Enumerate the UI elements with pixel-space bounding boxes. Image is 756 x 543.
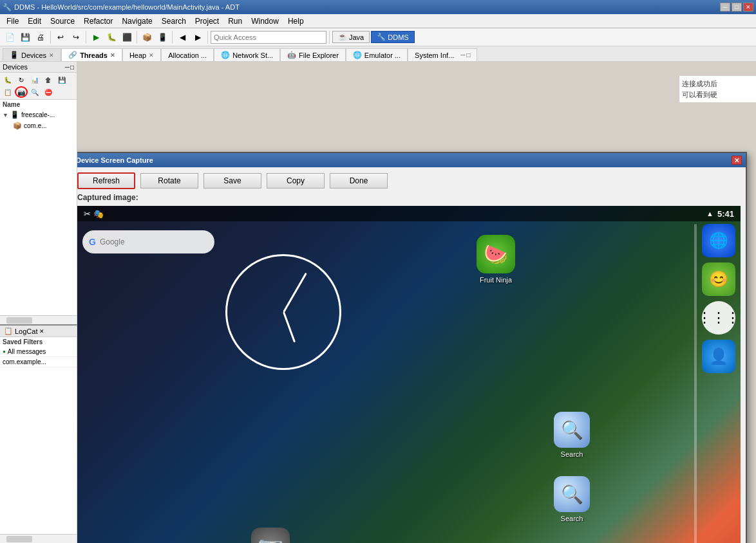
debug-process-btn[interactable]: 🐛: [1, 74, 14, 86]
toolbar-sep-4: [172, 31, 173, 44]
device-icon: 📱: [10, 111, 19, 119]
menu-window[interactable]: Window: [247, 15, 283, 27]
logcat-filter-example[interactable]: com.example...: [0, 357, 77, 367]
toolbar-undo[interactable]: ↩: [53, 30, 68, 44]
tab-devices[interactable]: 📱 Devices ✕: [3, 48, 61, 61]
search-label-2: Search: [561, 515, 583, 522]
minimize-button[interactable]: ─: [720, 3, 730, 12]
devices-min-btn[interactable]: ─: [65, 64, 70, 71]
main-tab-area: 📱 Devices ✕ 🔗 Threads ✕ Heap ✕ Allocatio…: [0, 46, 756, 62]
copy-button[interactable]: Copy: [267, 173, 325, 189]
device-name: freescale-...: [21, 111, 55, 118]
toolbar-sep-5: [207, 31, 208, 44]
toolbar-avd[interactable]: 📱: [155, 30, 169, 44]
dock-contact-icon[interactable]: 👤: [702, 340, 735, 373]
toolbar-print[interactable]: 🖨: [33, 30, 48, 44]
search-icon-2[interactable]: 🔍 Search: [554, 476, 590, 522]
logcat-h-scrollbar[interactable]: [0, 534, 77, 543]
tab-network[interactable]: 🌐 Network St...: [214, 48, 280, 61]
logcat-panel: 📋 LogCat ✕ Saved Filters ● All messages …: [0, 324, 77, 543]
rotate-button[interactable]: Rotate: [140, 173, 198, 189]
camera-icon[interactable]: 📷 Camera: [251, 528, 290, 543]
devices-header-controls[interactable]: ─ □: [65, 64, 74, 71]
toolbar-debug[interactable]: 🐛: [104, 30, 118, 44]
toolbar-sep-1: [50, 31, 51, 44]
dialog-overlay: Device Screen Capture ✕ Refresh Rotate S…: [0, 62, 756, 543]
tab-system-info[interactable]: System Inf... ─ □: [408, 48, 477, 61]
hprof-btn[interactable]: 💾: [55, 74, 68, 86]
devices-tab-close[interactable]: ✕: [49, 52, 54, 59]
devices-h-scrollbar[interactable]: [0, 315, 77, 324]
logcat-filter-all[interactable]: ● All messages: [0, 347, 77, 357]
menu-run[interactable]: Run: [224, 15, 246, 27]
toolbar-sdk[interactable]: 📦: [140, 30, 154, 44]
toolbar-back[interactable]: ◀: [175, 30, 189, 44]
logcat-tab-close[interactable]: ✕: [39, 328, 44, 335]
menu-file[interactable]: File: [3, 15, 23, 27]
menu-project[interactable]: Project: [191, 15, 223, 27]
tab-heap[interactable]: Heap ✕: [122, 48, 161, 61]
dock-apps-icon[interactable]: ⋮⋮⋮: [702, 301, 735, 335]
menu-help[interactable]: Help: [284, 15, 308, 27]
expand-arrow: ▼: [3, 112, 8, 118]
refresh-button[interactable]: Refresh: [77, 172, 135, 189]
tab-allocation[interactable]: Allocation ...: [161, 48, 214, 61]
system-max-btn[interactable]: □: [466, 51, 470, 59]
java-perspective-btn[interactable]: ☕ Java: [332, 31, 370, 43]
update-heap-btn[interactable]: 📊: [28, 74, 41, 86]
device-sub-item[interactable]: 📦 com.e...: [0, 120, 77, 131]
logcat-green-dot: ●: [3, 349, 6, 354]
menu-refactor[interactable]: Refactor: [80, 15, 117, 27]
camera-icon-img: 📷: [251, 528, 290, 543]
devices-toolbar: 🐛 ↻ 📊 🗑 💾 📋 📷 🔍 ⛔: [0, 73, 77, 100]
toolbar-run[interactable]: ▶: [89, 30, 103, 44]
maximize-button[interactable]: □: [732, 3, 742, 12]
google-search-bar[interactable]: G Google: [82, 230, 214, 253]
quick-access-input[interactable]: [211, 31, 326, 44]
fruit-ninja-icon[interactable]: 🍉 Fruit Ninja: [477, 235, 515, 284]
dock-browser-icon[interactable]: 🌐: [702, 224, 735, 257]
save-button[interactable]: Save: [203, 173, 261, 189]
main-area: Devices ─ □ 🐛 ↻ 📊 🗑 💾 📋 📷 🔍 ⛔ Name ▼ 📱 f…: [0, 62, 756, 543]
menu-source[interactable]: Source: [46, 15, 79, 27]
threads-tab-close[interactable]: ✕: [110, 52, 115, 59]
captured-label: Captured image:: [77, 193, 741, 202]
done-button[interactable]: Done: [330, 173, 388, 189]
update-threads-btn[interactable]: ↻: [15, 74, 28, 86]
name-column-header: Name: [0, 100, 77, 109]
inspect-btn[interactable]: 🔍: [28, 86, 41, 98]
toolbar-new[interactable]: 📄: [3, 30, 17, 44]
heap-tab-close[interactable]: ✕: [149, 52, 154, 59]
toolbar-stop[interactable]: ⬛: [120, 30, 134, 44]
device-tree-item[interactable]: ▼ 📱 freescale-...: [0, 109, 77, 120]
toolbar-redo[interactable]: ↪: [69, 30, 83, 44]
menu-navigate[interactable]: Navigate: [118, 15, 156, 27]
ddms-icon: 🔧: [377, 33, 386, 41]
tab-emulator[interactable]: 🌐 Emulator ...: [346, 48, 408, 61]
tab-file-explorer[interactable]: 🤖 File Explorer: [280, 48, 346, 61]
toolbar-save[interactable]: 💾: [18, 30, 32, 44]
ddms-perspective-btn[interactable]: 🔧 DDMS: [371, 31, 414, 43]
alloc-btn[interactable]: 📋: [1, 86, 14, 98]
dock-message-icon[interactable]: 😊: [702, 262, 735, 296]
screenshot-btn[interactable]: 📷: [15, 86, 28, 98]
title-bar-controls[interactable]: ─ □ ✕: [720, 3, 753, 12]
tab-threads[interactable]: 🔗 Threads ✕: [61, 48, 122, 61]
logcat-header: 📋 LogCat ✕: [0, 326, 77, 337]
close-button[interactable]: ✕: [743, 3, 753, 12]
devices-max-btn[interactable]: □: [70, 64, 74, 71]
clock-widget: [219, 241, 348, 370]
stop-process-btn[interactable]: ⛔: [42, 86, 55, 98]
logcat-title: LogCat: [15, 327, 37, 335]
toolbar-sep-6: [329, 31, 330, 44]
search-icon-1[interactable]: 🔍 Search: [554, 412, 590, 458]
menu-edit[interactable]: Edit: [24, 15, 45, 27]
gc-btn[interactable]: 🗑: [42, 74, 55, 86]
system-min-btn[interactable]: ─: [460, 51, 465, 59]
devices-panel: Devices ─ □ 🐛 ↻ 📊 🗑 💾 📋 📷 🔍 ⛔ Name ▼ 📱 f…: [0, 62, 77, 324]
menu-search[interactable]: Search: [158, 15, 190, 27]
logcat-scroll-thumb[interactable]: [6, 536, 32, 542]
dialog-close-button[interactable]: ✕: [732, 156, 742, 165]
h-scroll-thumb[interactable]: [6, 317, 32, 324]
toolbar-forward[interactable]: ▶: [191, 30, 205, 44]
